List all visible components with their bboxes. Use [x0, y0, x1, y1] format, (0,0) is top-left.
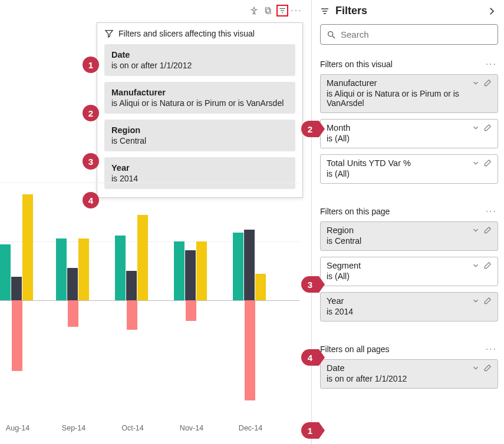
- filter-lines-icon: [320, 6, 330, 16]
- section-filters-all-pages: Filters on all pages ···: [320, 344, 497, 354]
- chevron-down-icon[interactable]: [472, 124, 480, 132]
- pin-icon[interactable]: [248, 5, 260, 16]
- more-icon[interactable]: ···: [291, 5, 302, 16]
- filter-card-manufacturer[interactable]: Manufacturer is Aliqui or is Natura or i…: [320, 74, 498, 113]
- callout-badge-1: 1: [83, 57, 99, 73]
- svg-rect-1: [265, 8, 269, 12]
- callout-badge-3: 3: [83, 153, 99, 170]
- popup-filter-date: Date is on or after 1/1/2012: [104, 44, 295, 76]
- filter-card-segment[interactable]: Segment is (All): [320, 257, 498, 286]
- eraser-icon[interactable]: [483, 159, 492, 167]
- eraser-icon[interactable]: [483, 297, 492, 305]
- filters-title: Filters: [335, 5, 367, 17]
- svg-line-9: [332, 36, 335, 38]
- more-icon[interactable]: ···: [486, 344, 497, 354]
- visual-toolbar: ···: [248, 5, 302, 16]
- filter-card-date[interactable]: Date is on or after 1/1/2012: [320, 359, 498, 389]
- bar-chart[interactable]: Aug-14 Sep-14 Oct-14 Nov-14 Dec-14: [0, 177, 311, 442]
- filter-card-year[interactable]: Year is 2014: [320, 292, 498, 322]
- popup-title: Filters and slicers affecting this visua…: [118, 29, 255, 38]
- callout-pointer-3: 3: [301, 276, 319, 293]
- search-icon: [327, 30, 336, 39]
- search-input[interactable]: [320, 24, 498, 45]
- eraser-icon[interactable]: [483, 226, 492, 234]
- more-icon[interactable]: ···: [486, 59, 497, 69]
- chevron-down-icon[interactable]: [472, 297, 480, 305]
- copy-icon[interactable]: [262, 5, 274, 16]
- chevron-down-icon[interactable]: [472, 226, 480, 234]
- popup-filter-region: Region is Central: [104, 120, 295, 151]
- eraser-icon[interactable]: [483, 261, 492, 270]
- callout-pointer-4: 4: [301, 349, 319, 366]
- chevron-down-icon[interactable]: [472, 159, 480, 167]
- filter-icon[interactable]: [276, 5, 288, 16]
- filters-popup: Filters and slicers affecting this visua…: [97, 22, 303, 198]
- eraser-icon[interactable]: [483, 364, 492, 372]
- filters-pane: Filters Filters on this visual ··· Manuf…: [311, 0, 504, 444]
- filter-card-month[interactable]: Month is (All): [320, 119, 498, 148]
- chevron-down-icon[interactable]: [472, 364, 480, 372]
- callout-pointer-2: 2: [301, 121, 319, 137]
- chevron-right-icon[interactable]: [486, 6, 497, 16]
- chevron-down-icon[interactable]: [472, 79, 480, 87]
- popup-filter-manufacturer: Manufacturer is Aliqui or is Natura or i…: [104, 82, 295, 114]
- callout-badge-2: 2: [83, 105, 99, 121]
- section-filters-page: Filters on this page ···: [320, 206, 497, 217]
- funnel-icon: [104, 29, 114, 38]
- eraser-icon[interactable]: [483, 124, 492, 132]
- callout-pointer-1: 1: [301, 422, 319, 439]
- svg-rect-0: [266, 9, 271, 14]
- chart-visual: ··· Filters and slicers affecting this v…: [0, 0, 311, 444]
- filter-card-region[interactable]: Region is Central: [320, 221, 498, 251]
- chevron-down-icon[interactable]: [472, 261, 480, 270]
- eraser-icon[interactable]: [483, 79, 492, 87]
- more-icon[interactable]: ···: [486, 206, 497, 217]
- svg-point-8: [328, 31, 333, 36]
- section-filters-visual: Filters on this visual ···: [320, 59, 497, 69]
- filters-pane-header: Filters: [312, 0, 504, 22]
- filter-card-total-units[interactable]: Total Units YTD Var % is (All): [320, 154, 498, 184]
